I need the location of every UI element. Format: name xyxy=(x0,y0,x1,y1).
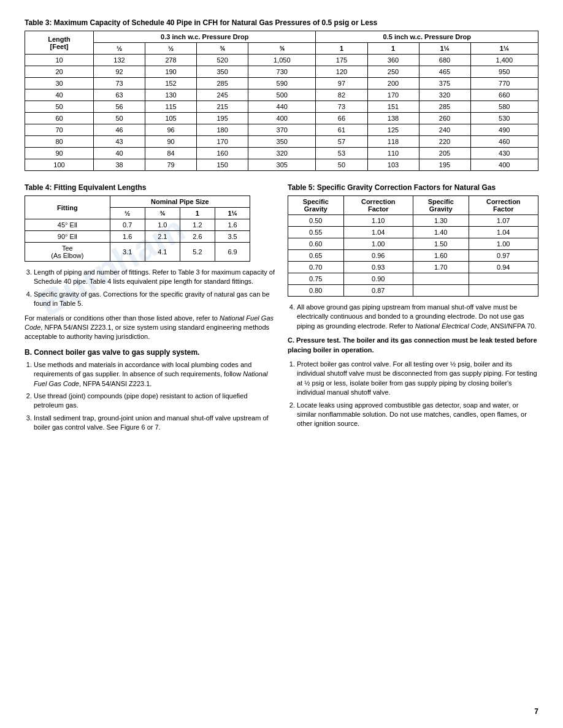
left-para1-cont: , NFPA 54/ANSI Z223.1, or size system us… xyxy=(25,324,269,340)
left-para1-text1: For materials or conditions other than t… xyxy=(25,314,220,322)
table5-section: Table 5: Specific Gravity Correction Fac… xyxy=(288,183,538,297)
right-item4-italic: National Electrical Code xyxy=(415,322,487,330)
page-number: 7 xyxy=(534,707,538,716)
table3: Length[Feet] 0.3 inch w.c. Pressure Drop… xyxy=(25,31,538,171)
table4-fitting-header: Fitting xyxy=(25,196,110,219)
table3-pressure05-header: 0.5 inch w.c. Pressure Drop xyxy=(316,31,538,43)
left-numbered-list: Length of piping and number of fittings.… xyxy=(34,268,275,309)
table5: SpecificGravity CorrectionFactor Specifi… xyxy=(288,195,538,297)
table5-col2-header: CorrectionFactor xyxy=(343,196,413,215)
right-column: Table 5: Specific Gravity Correction Fac… xyxy=(288,183,538,437)
left-item-3: Length of piping and number of fittings.… xyxy=(34,268,275,287)
table5-col3-header: SpecificGravity xyxy=(413,196,469,215)
section-c-title: C. Pressure test. xyxy=(288,336,341,344)
left-item-4: Specific gravity of gas. Corrections for… xyxy=(34,290,275,309)
section-c-list: Protect boiler gas control valve. For al… xyxy=(297,360,538,429)
right-item-4: All above ground gas piping upstream fro… xyxy=(297,303,538,331)
table4-title: Table 4: Fitting Equivalent Lengths xyxy=(25,183,275,192)
section-b-item1: Use methods and materials in accordance … xyxy=(34,360,275,389)
right-numbered-list: All above ground gas piping upstream fro… xyxy=(297,303,538,331)
table3-pressure03-header: 0.3 inch w.c. Pressure Drop xyxy=(94,31,316,43)
table4-section: Table 4: Fitting Equivalent Lengths Fitt… xyxy=(25,183,275,262)
section-b-list: Use methods and materials in accordance … xyxy=(34,360,275,433)
table5-title: Table 5: Specific Gravity Correction Fac… xyxy=(288,183,538,192)
section-c-item1: Protect boiler gas control valve. For al… xyxy=(297,360,538,398)
left-column: Table 4: Fitting Equivalent Lengths Fitt… xyxy=(25,183,275,437)
table3-length-header: Length[Feet] xyxy=(25,31,94,55)
section-b-item2: Use thread (joint) compounds (pipe dope)… xyxy=(34,392,275,411)
section-c-item2: Locate leaks using approved combustible … xyxy=(297,401,538,429)
section-c-header: C. Pressure test. The boiler and its gas… xyxy=(288,336,538,355)
left-paragraph1: For materials or conditions other than t… xyxy=(25,314,275,342)
section-b-item3: Install sediment trap, ground-joint unio… xyxy=(34,414,275,433)
table3-title: Table 3: Maximum Capacity of Schedule 40… xyxy=(25,18,538,27)
table4-nominal-header: Nominal Pipe Size xyxy=(110,196,250,208)
table5-col1-header: SpecificGravity xyxy=(288,196,344,215)
table3-section: Table 3: Maximum Capacity of Schedule 40… xyxy=(25,18,538,171)
table4: Fitting Nominal Pipe Size ½¾11¼ 45° Ell0… xyxy=(25,195,250,262)
section-b-title: B. Connect boiler gas valve to gas suppl… xyxy=(25,348,275,357)
two-col-section: Table 4: Fitting Equivalent Lengths Fitt… xyxy=(25,183,538,437)
table5-col4-header: CorrectionFactor xyxy=(469,196,538,215)
